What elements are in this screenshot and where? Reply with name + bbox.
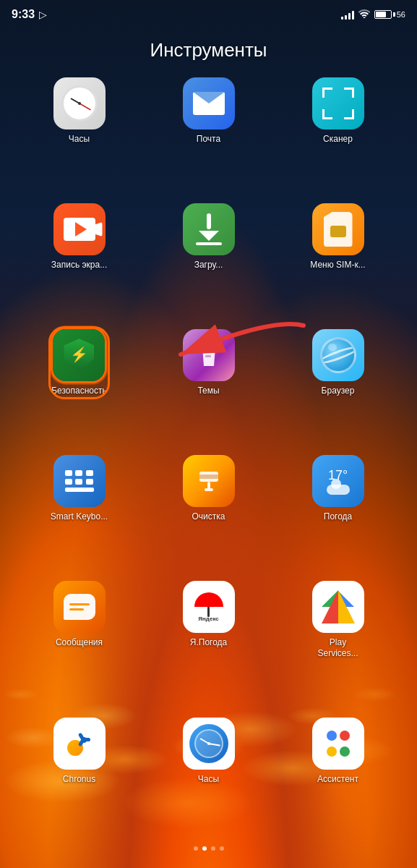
- app-label-keyboard: Smart Keybo...: [51, 511, 108, 522]
- app-item-themes[interactable]: Темы: [147, 329, 270, 446]
- app-grid: Часы Почта Сканер: [0, 77, 417, 835]
- app-label-mail: Почта: [197, 134, 220, 144]
- assistant-icon: [312, 718, 364, 770]
- svg-rect-5: [199, 475, 218, 479]
- app-item-record[interactable]: Запись экра...: [17, 203, 141, 320]
- app-label-download: Загру...: [194, 260, 223, 270]
- weather-icon: 17°: [312, 455, 364, 507]
- scanner-icon: [312, 77, 364, 129]
- chronus-icon: [53, 718, 106, 770]
- themes-icon: [183, 329, 235, 381]
- svg-rect-6: [207, 482, 210, 489]
- app-label-clock: Часы: [69, 134, 90, 144]
- app-label-security: Безопасность: [51, 386, 107, 396]
- app-label-record: Запись экра...: [51, 260, 107, 270]
- svg-rect-2: [205, 351, 212, 353]
- app-label-chronus: Chronus: [63, 774, 95, 784]
- page-dot-2: [202, 846, 207, 851]
- page-title: Инструменты: [0, 26, 417, 77]
- app-item-scanner[interactable]: Сканер: [276, 77, 400, 195]
- page-dot-1: [194, 846, 198, 851]
- app-item-keyboard[interactable]: Smart Keybo...: [17, 455, 141, 572]
- app-label-browser: Браузер: [322, 386, 355, 396]
- app-item-security[interactable]: ⚡ Безопасность: [51, 329, 107, 396]
- app-label-weather: Погода: [324, 511, 353, 522]
- keyboard-icon: [53, 455, 106, 507]
- app-label-messages: Сообщения: [56, 637, 103, 647]
- app-label-themes: Темы: [197, 386, 219, 396]
- app-item-cleaner[interactable]: Очистка: [147, 455, 270, 572]
- app-label-clock2: Часы: [198, 774, 219, 784]
- app-label-play-services: Play Services...: [309, 637, 367, 658]
- svg-rect-7: [205, 488, 213, 491]
- battery-indicator: 56: [374, 10, 405, 19]
- page-dot-4: [220, 846, 224, 851]
- ya-weather-icon: Яндекс: [183, 581, 235, 633]
- app-item-assistant[interactable]: Ассистент: [276, 718, 400, 835]
- app-label-sim: Меню SIM-к...: [310, 260, 365, 270]
- security-icon: ⚡: [53, 329, 105, 381]
- record-icon: [53, 203, 106, 255]
- app-item-weather[interactable]: 17° Погода: [276, 455, 400, 572]
- app-label-ya-weather: Я.Погода: [190, 637, 228, 647]
- play-services-icon: [312, 581, 364, 633]
- svg-rect-3: [205, 355, 211, 357]
- clock2-icon: [183, 718, 235, 770]
- wifi-icon: [358, 9, 370, 20]
- app-item-download[interactable]: Загру...: [147, 203, 270, 320]
- sim-icon: [312, 203, 364, 255]
- download-icon: [183, 203, 235, 255]
- app-item-play-services[interactable]: Play Services...: [276, 581, 400, 709]
- clock-icon: [53, 77, 106, 129]
- messages-icon: [53, 581, 106, 633]
- svg-rect-1: [207, 343, 210, 347]
- app-item-clock2[interactable]: Часы: [147, 718, 270, 835]
- app-item-chronus[interactable]: Chronus: [17, 718, 141, 835]
- app-label-scanner: Сканер: [323, 134, 353, 144]
- page-indicator: [0, 835, 417, 868]
- app-item-messages[interactable]: Сообщения: [17, 581, 141, 709]
- page-dot-3: [211, 846, 215, 851]
- status-right: 56: [341, 9, 405, 20]
- app-item-clock[interactable]: Часы: [17, 77, 141, 195]
- app-item-ya-weather[interactable]: Яндекс Я.Погода: [147, 581, 270, 709]
- status-time: 9:33: [12, 8, 35, 21]
- notification-icon: ▷: [39, 9, 47, 20]
- browser-icon: [312, 329, 364, 381]
- battery-level: 56: [397, 10, 405, 19]
- app-item-mail[interactable]: Почта: [147, 77, 270, 195]
- cleaner-icon: [183, 455, 235, 507]
- app-label-assistant: Ассистент: [317, 774, 358, 784]
- mail-icon: [183, 77, 235, 129]
- status-bar: 9:33 ▷ 56: [0, 0, 417, 26]
- app-item-sim[interactable]: Меню SIM-к...: [276, 203, 400, 320]
- app-label-cleaner: Очистка: [192, 511, 225, 522]
- app-item-browser[interactable]: Браузер: [276, 329, 400, 446]
- signal-icon: [341, 9, 354, 20]
